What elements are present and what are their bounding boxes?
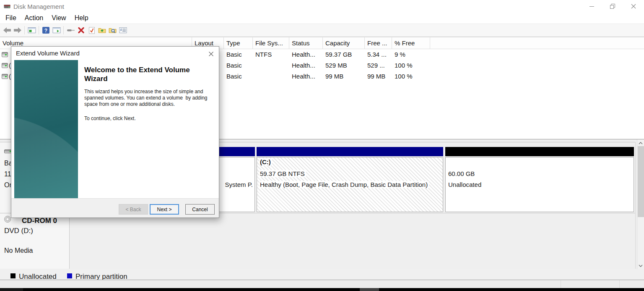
wizard-continue-hint: To continue, click Next.: [84, 115, 221, 122]
extend-volume-wizard-dialog: Extend Volume Wizard Welcome to the Exte…: [11, 46, 219, 218]
menu-help[interactable]: Help: [70, 13, 93, 24]
legend-bar: Unallocated Primary partition: [0, 269, 644, 280]
partition-body: (C:) 59.37 GB NTFS Healthy (Boot, Page F…: [257, 157, 443, 212]
legend-unallocated: Unallocated: [10, 273, 57, 280]
type-cell: Basic: [224, 60, 253, 71]
menu-file[interactable]: File: [1, 13, 21, 24]
wizard-sidebar-graphic: [14, 60, 78, 199]
partition-header-unallocated: [445, 147, 634, 156]
menu-action[interactable]: Action: [21, 13, 47, 24]
cdrom-media: No Media: [4, 247, 33, 254]
volume-icon: [2, 74, 8, 79]
minimize-button[interactable]: [581, 0, 602, 13]
wizard-description: This wizard helps you increase the size …: [84, 89, 221, 107]
title-bar: Disk Management: [0, 0, 644, 13]
delete-red-x-icon[interactable]: [76, 25, 86, 35]
free-space-cell: 529 ...: [365, 60, 392, 71]
wizard-heading: Welcome to the Extend Volume Wizard: [84, 66, 208, 83]
partition-name: (C:): [260, 158, 272, 165]
back-arrow-icon[interactable]: [2, 25, 12, 35]
toolbar-separator: [24, 26, 25, 34]
vertical-scrollbar[interactable]: [637, 139, 644, 269]
close-button[interactable]: [623, 0, 644, 13]
legend-primary-swatch: [67, 273, 72, 278]
percent-free-cell: 100 %: [392, 71, 430, 82]
taskbar-strip: [0, 288, 644, 291]
folder-up-icon[interactable]: [97, 25, 107, 35]
close-icon: [631, 4, 636, 9]
taskbar-segment: [360, 288, 379, 291]
toolbar-separator: [39, 26, 39, 34]
partition-size: 60.00 GB: [448, 170, 475, 177]
menu-bar: File Action View Help: [0, 13, 644, 24]
disk-management-window: Disk Management File Action View Help: [0, 0, 644, 291]
file-system-cell: NTFS: [253, 49, 289, 60]
column-header-filler: [430, 37, 644, 49]
cancel-button[interactable]: Cancel: [185, 204, 215, 215]
file-system-cell: [253, 71, 289, 82]
window-controls: [581, 0, 644, 13]
percent-free-cell: 100 %: [392, 60, 430, 71]
divider: [561, 280, 561, 288]
next-button[interactable]: Next >: [150, 204, 179, 215]
window-title: Disk Management: [13, 3, 64, 10]
restore-icon: [610, 4, 615, 9]
scroll-up-icon[interactable]: [637, 139, 644, 147]
folder-magnifier-icon[interactable]: [107, 25, 118, 35]
svg-text:?: ?: [44, 28, 47, 34]
cdrom-drive: DVD (D:): [4, 227, 33, 235]
restore-button[interactable]: [602, 0, 623, 13]
partition-status-fragment: System P.: [225, 181, 253, 188]
partition-c[interactable]: (C:) 59.37 GB NTFS Healthy (Boot, Page F…: [257, 147, 443, 213]
status-cell: Health...: [289, 49, 323, 60]
column-header-type[interactable]: Type: [224, 37, 253, 49]
toolbar-separator: [63, 26, 64, 34]
partition-size: 59.37 GB NTFS: [260, 170, 306, 177]
capacity-cell: 99 MB: [323, 71, 365, 82]
divider: [635, 142, 636, 269]
column-header-capacity[interactable]: Capacity: [323, 37, 365, 49]
column-header-status[interactable]: Status: [289, 37, 323, 49]
file-system-cell: [253, 60, 289, 71]
volume-icon: [2, 63, 8, 68]
partition-header-primary: [257, 147, 443, 156]
legend-primary-partition: Primary partition: [67, 273, 127, 280]
scroll-down-icon[interactable]: [637, 262, 644, 269]
free-space-cell: 99 MB: [365, 71, 392, 82]
forward-arrow-icon[interactable]: [12, 25, 23, 35]
toolbar: ?: [0, 24, 644, 37]
app-icon: [4, 3, 10, 9]
document-check-icon[interactable]: [86, 25, 97, 35]
volume-icon: [2, 52, 8, 57]
status-cell: Health...: [289, 60, 323, 71]
type-cell: Basic: [224, 71, 253, 82]
cdrom-name: CD-ROM 0: [22, 217, 57, 225]
column-header-percent-free[interactable]: % Free: [392, 37, 430, 49]
divider: [619, 280, 620, 288]
status-cell: Health...: [289, 71, 323, 82]
minimize-icon: [589, 6, 594, 7]
percent-free-cell: 9 %: [392, 49, 430, 60]
screwdriver-icon[interactable]: [65, 25, 76, 35]
menu-view[interactable]: View: [47, 13, 70, 24]
type-cell: Basic: [224, 49, 253, 60]
properties-list-icon[interactable]: [118, 25, 128, 35]
taskbar-segment: [0, 288, 23, 291]
partition-unallocated[interactable]: 60.00 GB Unallocated: [445, 147, 634, 213]
column-header-free-space[interactable]: Free ...: [365, 37, 392, 49]
scrollbar-thumb[interactable]: [638, 146, 644, 217]
partition-status: Healthy (Boot, Page File, Crash Dump, Ba…: [260, 181, 443, 188]
wizard-title: Extend Volume Wizard: [16, 50, 80, 57]
capacity-cell: 59.37 GB: [323, 49, 365, 60]
help-icon[interactable]: ?: [41, 25, 51, 35]
legend-primary-label: Primary partition: [75, 273, 127, 280]
wizard-close-button[interactable]: [208, 51, 214, 57]
partition-body: 60.00 GB Unallocated: [445, 157, 634, 212]
legend-unallocated-label: Unallocated: [19, 273, 57, 280]
status-band: [0, 280, 644, 288]
action-pane-window-icon[interactable]: [51, 25, 62, 35]
console-window-icon[interactable]: [26, 25, 37, 35]
back-button[interactable]: < Back: [119, 204, 148, 215]
capacity-cell: 529 MB: [323, 60, 365, 71]
column-header-file-system[interactable]: File Sys...: [253, 37, 289, 49]
